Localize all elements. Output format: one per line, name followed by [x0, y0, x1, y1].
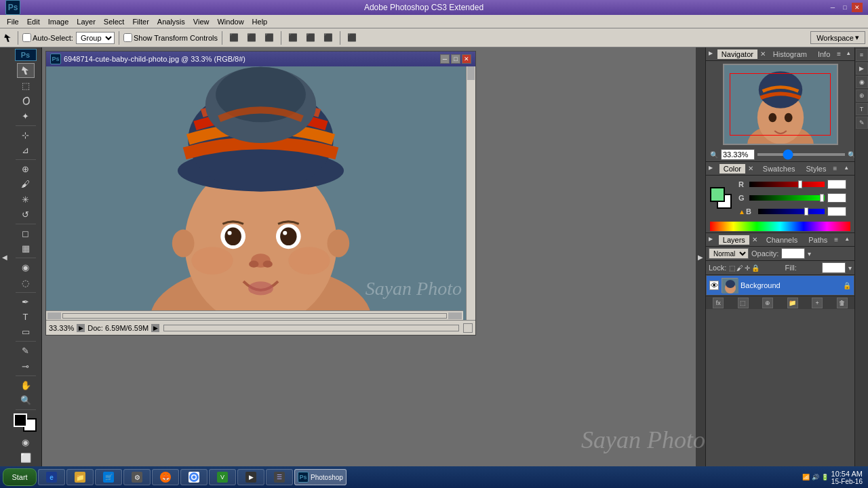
nav-zoom-out-icon[interactable]: 🔍 — [710, 151, 718, 159]
align-top-btn[interactable]: ⬛ — [285, 30, 300, 45]
align-middle-btn[interactable]: ⬛ — [303, 30, 318, 45]
layer-style-btn[interactable]: fx — [713, 298, 724, 308]
align-bottom-btn[interactable]: ⬛ — [321, 30, 336, 45]
color-panel-menu-icon[interactable]: ≡ — [833, 165, 842, 173]
lock-paint-icon[interactable]: 🖌 — [736, 264, 743, 272]
doc-vscroll[interactable] — [466, 66, 475, 320]
layers-tab[interactable]: Layers — [719, 235, 749, 245]
close-button[interactable]: ✕ — [852, 3, 863, 12]
blend-mode-select[interactable]: Normal — [709, 248, 749, 259]
slice-tool-btn[interactable]: ⊿ — [17, 143, 35, 157]
distribute-btn[interactable]: ⬛ — [344, 30, 359, 45]
doc-close-btn[interactable]: ✕ — [462, 54, 471, 64]
styles-tab[interactable]: Styles — [802, 164, 831, 174]
clone-stamp-btn[interactable]: ✳ — [17, 192, 35, 206]
layer-mask-btn[interactable]: ⬚ — [738, 298, 749, 308]
histogram-tab[interactable]: Histogram — [769, 49, 811, 59]
fill-input[interactable]: 100% — [822, 262, 846, 273]
align-right-btn[interactable]: ⬛ — [262, 30, 277, 45]
left-panel-toggle[interactable]: ◀ — [0, 47, 9, 466]
opacity-arrow[interactable]: ▾ — [808, 250, 811, 258]
menu-file[interactable]: File — [3, 17, 23, 26]
taskbar-photoshop[interactable]: Ps Photoshop — [294, 469, 347, 485]
hand-tool-btn[interactable]: ✋ — [17, 378, 35, 392]
taskbar-chrome[interactable] — [180, 469, 208, 485]
menu-layer[interactable]: Layer — [73, 17, 100, 26]
panel-toggle-1[interactable]: ≡ — [856, 49, 868, 61]
autoselect-checkbox[interactable] — [22, 33, 31, 42]
taskbar-firefox[interactable]: 🦊 — [152, 469, 179, 485]
menu-analysis[interactable]: Analysis — [153, 17, 189, 26]
minimize-button[interactable]: ─ — [827, 3, 838, 12]
menu-image[interactable]: Image — [44, 17, 73, 26]
foreground-color[interactable] — [14, 413, 27, 427]
type-tool-btn[interactable]: T — [17, 310, 35, 324]
network-icon[interactable]: 📶 — [802, 474, 810, 481]
swatches-tab[interactable]: Swatches — [759, 164, 800, 174]
nav-zoom-input[interactable] — [721, 149, 755, 160]
layer-background-item[interactable]: 👁 Background 🔒 — [706, 275, 854, 296]
layer-adjustment-btn[interactable]: ⊕ — [762, 298, 773, 308]
fill-arrow[interactable]: ▾ — [848, 264, 852, 272]
brush-tool-btn[interactable]: 🖌 — [17, 177, 35, 191]
layers-panel-menu-icon[interactable]: ≡ — [834, 236, 842, 244]
status-menu-arrow[interactable]: ▶ — [77, 324, 85, 332]
taskbar-vpn[interactable]: V — [209, 469, 236, 485]
layers-panel-collapse-icon[interactable]: ▲ — [844, 236, 852, 244]
lock-transparent-icon[interactable]: ⬚ — [729, 264, 735, 272]
doc-maximize-btn[interactable]: □ — [451, 54, 460, 64]
taskbar-store[interactable]: 🛒 — [95, 469, 122, 485]
quick-mask-btn[interactable]: ◉ — [17, 435, 35, 449]
color-spectrum-bar[interactable] — [710, 222, 850, 231]
layer-visibility-toggle[interactable]: 👁 — [709, 281, 719, 290]
notes-tool-btn[interactable]: ✎ — [17, 344, 35, 358]
lasso-tool-btn[interactable] — [17, 94, 35, 108]
taskbar-folder[interactable]: 📁 — [66, 469, 94, 485]
menu-select[interactable]: Select — [100, 17, 129, 26]
lock-position-icon[interactable]: ✛ — [745, 264, 750, 272]
zoom-tool-btn[interactable]: 🔍 — [17, 393, 35, 407]
menu-help[interactable]: Help — [248, 17, 272, 26]
menu-edit[interactable]: Edit — [23, 17, 44, 26]
battery-icon[interactable]: 🔋 — [821, 474, 829, 481]
panel-toggle-3[interactable]: ◉ — [856, 76, 868, 88]
healing-brush-btn[interactable]: ⊕ — [17, 162, 35, 176]
color-panel-expand-icon[interactable]: ▶ — [709, 165, 717, 173]
nav-panel-collapse-icon[interactable]: ▲ — [846, 50, 852, 58]
taskbar-media[interactable]: ☰ — [266, 469, 293, 485]
magic-wand-btn[interactable]: ✦ — [17, 109, 35, 123]
workspace-button[interactable]: Workspace ▾ — [810, 31, 865, 44]
history-brush-btn[interactable]: ↺ — [17, 207, 35, 222]
screen-mode-btn[interactable]: ⬜ — [17, 451, 35, 465]
nav-panel-expand-icon[interactable]: ▶ — [709, 50, 715, 58]
pen-tool-btn[interactable]: ✒ — [17, 295, 35, 309]
eyedropper-btn[interactable]: ⊸ — [17, 359, 35, 373]
volume-icon[interactable]: 🔊 — [812, 474, 819, 481]
color-tab[interactable]: Color — [719, 164, 745, 174]
document-canvas[interactable]: Sayan Photo — [46, 66, 475, 320]
crop-tool-btn[interactable]: ⊹ — [17, 128, 35, 142]
b-value[interactable]: 194 — [827, 207, 846, 216]
panel-toggle-6[interactable]: ✎ — [856, 117, 868, 129]
start-button[interactable]: Start — [3, 468, 37, 486]
nav-preview-area[interactable] — [723, 64, 838, 145]
status-nav-arrow[interactable]: ▶ — [151, 324, 159, 332]
taskbar-filmstrip[interactable]: ▶ — [237, 469, 264, 485]
doc-minimize-btn[interactable]: ─ — [440, 54, 450, 64]
lock-all-icon[interactable]: 🔒 — [751, 264, 760, 272]
layer-delete-btn[interactable]: 🗑 — [837, 298, 848, 308]
layer-group-btn[interactable]: 📁 — [787, 298, 798, 308]
move-tool-btn[interactable] — [17, 63, 35, 78]
shape-tool-btn[interactable]: ▭ — [17, 325, 35, 339]
dodge-btn[interactable]: ◌ — [17, 275, 35, 289]
doc-hscroll[interactable] — [46, 310, 463, 320]
right-panel-toggle[interactable]: ▶ — [696, 47, 705, 466]
taskbar-ie[interactable]: e — [38, 469, 65, 485]
g-value[interactable]: 255 — [827, 193, 846, 203]
transform-checkbox[interactable] — [123, 33, 132, 42]
panel-toggle-5[interactable]: T — [856, 103, 868, 115]
status-hscroll[interactable] — [163, 325, 459, 331]
blur-btn[interactable]: ◉ — [17, 260, 35, 274]
nav-zoom-slider[interactable] — [757, 153, 845, 156]
channels-tab[interactable]: Channels — [762, 235, 802, 245]
